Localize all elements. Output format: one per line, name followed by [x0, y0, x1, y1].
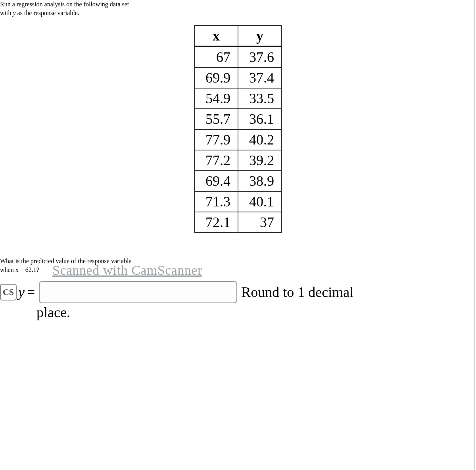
cell-x: 69.4: [194, 171, 238, 191]
question-line1: What is the predicted value of the respo…: [0, 258, 131, 264]
table-header-y: y: [238, 25, 282, 46]
table-body: 6737.6 69.937.4 54.933.5 55.736.1 77.940…: [194, 46, 282, 233]
table-header-x: x: [194, 25, 238, 46]
cell-y: 33.5: [238, 88, 282, 109]
question-text: What is the predicted value of the respo…: [0, 257, 476, 274]
instruction-line1: Run a regression analysis on the followi…: [0, 1, 129, 8]
cell-x: 67: [194, 46, 238, 67]
table-row: 69.937.4: [194, 67, 282, 88]
cell-x: 71.3: [194, 191, 238, 212]
cell-y: 37.4: [238, 67, 282, 88]
cell-y: 37: [238, 212, 282, 233]
table-row: 72.137: [194, 212, 282, 233]
data-table: x y 6737.6 69.937.4 54.933.5 55.736.1 77…: [194, 25, 282, 233]
table-row: 6737.6: [194, 46, 282, 67]
cell-y: 36.1: [238, 109, 282, 129]
table-row: 77.940.2: [194, 129, 282, 150]
table-row: 69.438.9: [194, 171, 282, 191]
answer-row: CS y Round to 1 decimal: [0, 281, 476, 303]
table-row: 71.340.1: [194, 191, 282, 212]
place-text: place.: [36, 304, 476, 321]
table-row: 54.933.5: [194, 88, 282, 109]
table-row: 77.239.2: [194, 150, 282, 171]
cell-y: 40.1: [238, 191, 282, 212]
page-right-border: [474, 0, 475, 321]
cell-y: 39.2: [238, 150, 282, 171]
cell-y: 38.9: [238, 171, 282, 191]
instruction-y-var: y: [13, 10, 15, 16]
answer-block: Scanned with CamScanner CS y Round to 1 …: [0, 281, 476, 321]
instruction-with-suffix: as the response variable.: [16, 10, 79, 16]
camscanner-badge-icon: CS: [0, 284, 17, 300]
question-line2: when x = 62.1?: [0, 266, 39, 273]
table-header-row: x y: [194, 25, 282, 46]
cell-x: 72.1: [194, 212, 238, 233]
instruction-text: Run a regression analysis on the followi…: [0, 0, 476, 17]
cell-x: 77.9: [194, 129, 238, 150]
round-instruction: Round to 1 decimal: [241, 284, 353, 300]
cell-x: 69.9: [194, 67, 238, 88]
cell-x: 54.9: [194, 88, 238, 109]
cell-y: 40.2: [238, 129, 282, 150]
cell-y: 37.6: [238, 46, 282, 67]
table-row: 55.736.1: [194, 109, 282, 129]
y-equals-label: y: [18, 284, 35, 300]
instruction-with-prefix: with: [0, 10, 13, 16]
answer-input[interactable]: [39, 281, 237, 303]
cell-x: 77.2: [194, 150, 238, 171]
cell-x: 55.7: [194, 109, 238, 129]
